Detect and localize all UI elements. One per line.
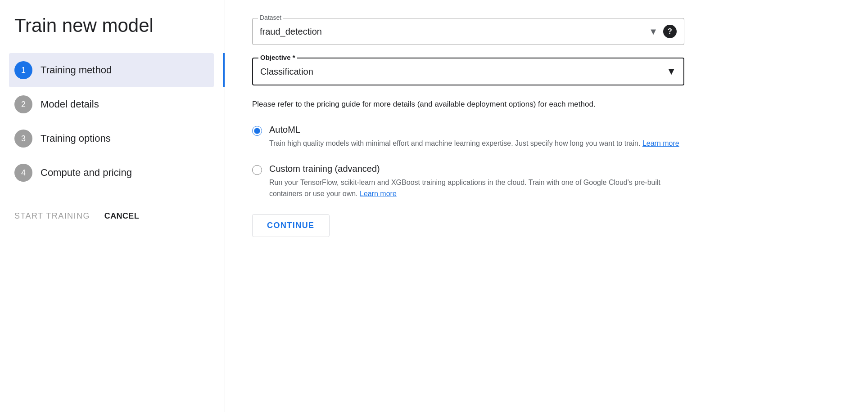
objective-container[interactable]: Objective * Classification ▼ [252,58,684,85]
step-label-model-details: Model details [41,99,99,110]
automl-description: Train high quality models with minimal e… [269,138,684,149]
sidebar-actions: START TRAINING CANCEL [14,211,214,221]
step-item-compute-pricing[interactable]: 4 Compute and pricing [14,156,214,190]
objective-value-row: Classification ▼ [260,62,676,81]
pricing-info-text: Please refer to the pricing guide for mo… [252,98,684,110]
main-content: Dataset fraud_detection ▼ ? Objective * … [225,0,868,412]
automl-content: AutoML Train high quality models with mi… [269,125,684,149]
dataset-icons: ▼ ? [649,25,677,38]
step-item-model-details[interactable]: 2 Model details [14,87,214,121]
automl-radio-input[interactable] [252,126,262,138]
step-number-4: 4 [14,164,32,182]
objective-label: Objective * [258,54,297,61]
continue-button[interactable]: CONTINUE [252,214,330,237]
custom-radio-input[interactable] [252,165,262,177]
objective-value: Classification [260,67,313,77]
objective-field-group: Objective * Classification ▼ [252,58,841,85]
cancel-button[interactable]: CANCEL [104,211,139,221]
step-label-training-options: Training options [41,133,111,144]
step-label-training-method: Training method [41,64,112,76]
step-item-training-options[interactable]: 3 Training options [14,121,214,156]
custom-description: Run your TensorFlow, scikit-learn and XG… [269,177,684,200]
custom-learn-more-link[interactable]: Learn more [360,190,397,197]
step-item-training-method[interactable]: 1 Training method [9,53,214,87]
start-training-button[interactable]: START TRAINING [14,211,90,221]
step-number-3: 3 [14,130,32,148]
automl-radio[interactable] [252,126,262,136]
step-label-compute-pricing: Compute and pricing [41,167,132,179]
objective-chevron-down-icon[interactable]: ▼ [666,66,676,77]
dataset-value: fraud_detection [260,27,322,37]
dataset-field-group: Dataset fraud_detection ▼ ? [252,18,841,45]
custom-title: Custom training (advanced) [269,164,684,174]
automl-learn-more-link[interactable]: Learn more [642,139,679,147]
dataset-container[interactable]: Dataset fraud_detection ▼ ? [252,18,684,45]
automl-title: AutoML [269,125,684,135]
step-list: 1 Training method 2 Model details 3 Trai… [14,53,214,190]
dataset-help-icon[interactable]: ? [663,25,677,38]
dataset-label: Dataset [258,14,283,21]
custom-content: Custom training (advanced) Run your Tens… [269,164,684,200]
step-number-1: 1 [14,61,32,79]
dataset-value-row: fraud_detection ▼ ? [260,22,677,41]
custom-training-option: Custom training (advanced) Run your Tens… [252,164,684,200]
step-number-2: 2 [14,95,32,113]
automl-option: AutoML Train high quality models with mi… [252,125,684,149]
sidebar: Train new model 1 Training method 2 Mode… [0,0,225,412]
custom-radio[interactable] [252,165,262,175]
page-title: Train new model [14,14,214,37]
dataset-dropdown-arrow-icon[interactable]: ▼ [649,27,658,37]
